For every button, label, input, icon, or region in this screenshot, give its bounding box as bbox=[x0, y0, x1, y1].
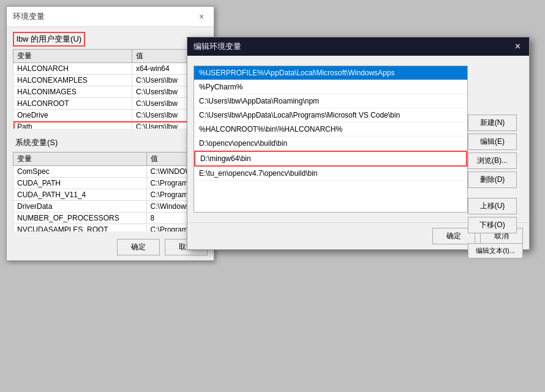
main-ok-button[interactable]: 确定 bbox=[117, 239, 160, 255]
user-var-name: OneDrive bbox=[13, 110, 132, 121]
delete-button[interactable]: 删除(D) bbox=[468, 172, 517, 188]
edit-path-item[interactable]: %USERPROFILE%\AppData\Local\Microsoft\Wi… bbox=[194, 66, 467, 80]
user-table-row[interactable]: HALCONARCHx64-win64 bbox=[13, 63, 208, 75]
sys-var-name: DriverData bbox=[13, 201, 147, 213]
sys-var-name: NVCUDASAMPLES_ROOT bbox=[13, 224, 147, 232]
system-section-title: 系统变量(S) bbox=[13, 136, 208, 149]
edit-text-button[interactable]: 编辑文本(I)... bbox=[468, 243, 523, 258]
user-table-row[interactable]: OneDriveC:\Users\lbw bbox=[13, 110, 208, 121]
system-variables-table-container: 变量 值 ComSpecC:\WINDOWCUDA_PATHC:\Program… bbox=[13, 152, 208, 232]
user-var-name: HALCONIMAGES bbox=[13, 86, 132, 98]
user-col-var: 变量 bbox=[13, 50, 132, 63]
user-table-row[interactable]: HALCONIMAGESC:\Users\lbw bbox=[13, 86, 208, 98]
user-variables-section: lbw 的用户变量(U) 变量 值 HALCONARCHx64-win64HAL… bbox=[7, 27, 214, 131]
user-var-name: Path bbox=[13, 121, 132, 129]
edit-path-item[interactable]: %HALCONROOT%\bin\%HALCONARCH% bbox=[194, 123, 467, 137]
env-variables-dialog: 环境变量 × lbw 的用户变量(U) 变量 值 HALCONARCHx64-w… bbox=[6, 6, 214, 261]
sys-var-name: CUDA_PATH bbox=[13, 178, 147, 189]
sys-table-row[interactable]: NUMBER_OF_PROCESSORS8 bbox=[13, 213, 208, 224]
edit-path-item[interactable]: %PyCharm% bbox=[194, 80, 467, 94]
user-table-row[interactable]: PathC:\Users\lbw bbox=[13, 121, 208, 129]
sys-table-row[interactable]: DriverDataC:\Windows\ bbox=[13, 201, 208, 213]
main-dialog-title: 环境变量 bbox=[13, 11, 45, 22]
user-variables-table-container: 变量 值 HALCONARCHx64-win64HALCONEXAMPLESC:… bbox=[13, 49, 208, 129]
sys-table-row[interactable]: NVCUDASAMPLES_ROOTC:\ProgramD bbox=[13, 224, 208, 232]
sys-table-row[interactable]: CUDA_PATHC:\Program bbox=[13, 178, 208, 189]
edit-path-item[interactable]: E:\tu_en\opencv4.7\opencv\build\bin bbox=[194, 167, 467, 181]
edit-right-buttons: 新建(N) 编辑(E) 浏览(B)... 删除(D) 上移(U) 下移(O) 编… bbox=[468, 115, 523, 258]
sys-var-name: CUDA_PATH_V11_4 bbox=[13, 189, 147, 201]
edit-button[interactable]: 编辑(E) bbox=[468, 134, 517, 150]
edit-dialog-body: %USERPROFILE%\AppData\Local\Microsoft\Wi… bbox=[187, 56, 529, 222]
user-table-row[interactable]: HALCONEXAMPLESC:\Users\lbw bbox=[13, 75, 208, 86]
user-variables-table: 变量 值 HALCONARCHx64-win64HALCONEXAMPLESC:… bbox=[13, 49, 208, 129]
edit-path-item[interactable]: D:\mingw64\bin bbox=[194, 151, 467, 167]
sys-col-var: 变量 bbox=[13, 153, 147, 166]
edit-dialog-title: 编辑环境变量 bbox=[194, 41, 241, 52]
move-up-button[interactable]: 上移(U) bbox=[468, 198, 517, 214]
move-down-button[interactable]: 下移(O) bbox=[468, 217, 517, 233]
edit-env-dialog: 编辑环境变量 × %USERPROFILE%\AppData\Local\Mic… bbox=[187, 37, 530, 250]
main-dialog-close[interactable]: × bbox=[195, 10, 208, 23]
user-section-title: lbw 的用户变量(U) bbox=[13, 32, 85, 47]
user-var-name: HALCONROOT bbox=[13, 98, 132, 110]
sys-table-row[interactable]: ComSpecC:\WINDOW bbox=[13, 166, 208, 178]
user-var-name: HALCONARCH bbox=[13, 63, 132, 75]
edit-dialog-close[interactable]: × bbox=[513, 41, 523, 52]
edit-dialog-titlebar: 编辑环境变量 × bbox=[187, 37, 529, 56]
sys-table-row[interactable]: CUDA_PATH_V11_4C:\Program bbox=[13, 189, 208, 201]
edit-path-item[interactable]: C:\Users\lbw\AppData\Local\Programs\Micr… bbox=[194, 108, 467, 123]
sys-var-name: ComSpec bbox=[13, 166, 147, 178]
new-button[interactable]: 新建(N) bbox=[468, 115, 517, 131]
main-dialog-titlebar: 环境变量 × bbox=[7, 7, 214, 27]
browse-button[interactable]: 浏览(B)... bbox=[468, 153, 517, 169]
sys-var-name: NUMBER_OF_PROCESSORS bbox=[13, 213, 147, 224]
edit-path-item[interactable]: C:\Users\lbw\AppData\Roaming\npm bbox=[194, 94, 467, 108]
system-variables-table: 变量 值 ComSpecC:\WINDOWCUDA_PATHC:\Program… bbox=[13, 152, 208, 232]
system-variables-section: 系统变量(S) 变量 值 ComSpecC:\WINDOWCUDA_PATHC:… bbox=[7, 131, 214, 234]
user-var-name: HALCONEXAMPLES bbox=[13, 75, 132, 86]
edit-path-item[interactable]: D:\opencv\opencv\build\bin bbox=[194, 137, 467, 151]
edit-list-container: %USERPROFILE%\AppData\Local\Microsoft\Wi… bbox=[194, 61, 468, 217]
edit-path-list[interactable]: %USERPROFILE%\AppData\Local\Microsoft\Wi… bbox=[194, 66, 468, 213]
main-dialog-buttons: 确定 取消 bbox=[7, 234, 214, 260]
user-table-row[interactable]: HALCONROOTC:\Users\lbw bbox=[13, 98, 208, 110]
